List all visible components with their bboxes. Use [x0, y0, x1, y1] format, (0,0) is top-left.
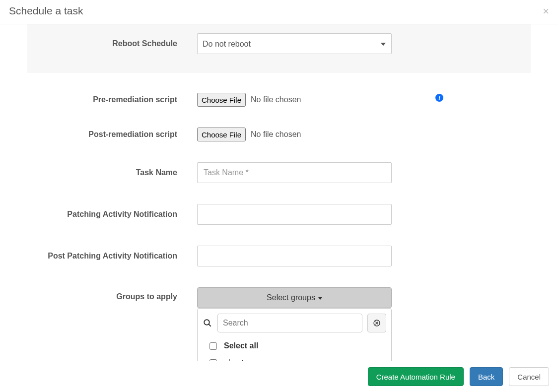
clear-search-button[interactable]: [367, 314, 386, 332]
post-patching-notification-label: Post Patching Activity Notification: [27, 252, 197, 261]
post-patching-notification-input[interactable]: [197, 246, 392, 266]
svg-line-1: [209, 324, 211, 327]
modal-body[interactable]: Reboot Schedule Do not reboot Pre-remedi…: [0, 24, 558, 361]
search-icon: [203, 318, 212, 328]
reboot-schedule-select[interactable]: Do not reboot: [197, 33, 392, 54]
groups-search-input[interactable]: [217, 314, 362, 332]
select-all-label: Select all: [224, 341, 258, 350]
caret-down-icon: [318, 297, 322, 300]
patching-notification-input[interactable]: [197, 204, 392, 225]
modal-header: Schedule a task ×: [0, 0, 558, 24]
select-all-checkbox[interactable]: [209, 342, 217, 350]
group-option-label: ubuntu: [224, 358, 248, 361]
select-groups-label: Select groups: [267, 293, 315, 302]
pre-remediation-label: Pre-remediation script: [27, 95, 197, 104]
group-checkbox[interactable]: [209, 359, 217, 361]
patching-notification-label: Patching Activity Notification: [27, 210, 197, 219]
group-option-row[interactable]: ubuntu: [198, 354, 391, 361]
task-name-input[interactable]: [197, 162, 392, 183]
reboot-panel: Reboot Schedule Do not reboot: [27, 24, 531, 73]
close-icon[interactable]: ×: [543, 6, 549, 17]
groups-dropdown-panel: Select all ubuntu windows 10: [197, 308, 392, 361]
task-name-label: Task Name: [27, 168, 197, 177]
post-script-choose-file-button[interactable]: Choose File: [197, 128, 246, 141]
pre-script-choose-file-button[interactable]: Choose File: [197, 93, 246, 107]
select-all-row[interactable]: Select all: [198, 337, 391, 354]
svg-point-0: [204, 320, 209, 325]
create-automation-rule-button[interactable]: Create Automation Rule: [368, 367, 464, 386]
modal-title: Schedule a task: [9, 5, 83, 16]
modal-footer: Create Automation Rule Back Cancel: [0, 361, 558, 392]
groups-to-apply-label: Groups to apply: [27, 287, 197, 301]
select-groups-button[interactable]: Select groups: [197, 287, 392, 308]
back-button[interactable]: Back: [470, 367, 503, 386]
post-remediation-label: Post-remediation script: [27, 130, 197, 139]
info-icon[interactable]: i: [435, 94, 443, 102]
schedule-task-modal: Schedule a task × Reboot Schedule Do not…: [0, 0, 558, 392]
cancel-button[interactable]: Cancel: [509, 367, 549, 386]
pre-script-file-status: No file chosen: [251, 95, 301, 104]
post-script-file-status: No file chosen: [251, 130, 301, 139]
reboot-schedule-label: Reboot Schedule: [27, 39, 197, 48]
